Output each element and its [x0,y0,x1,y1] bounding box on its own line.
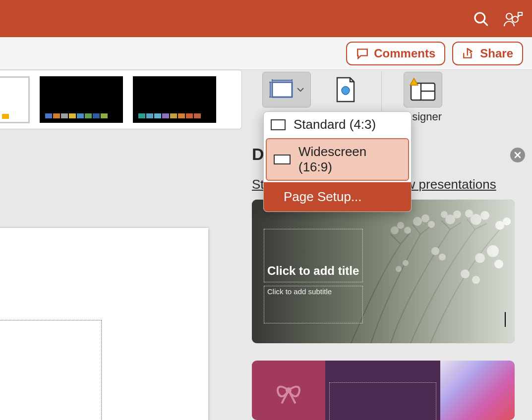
chevron-down-icon [297,85,304,94]
share-button[interactable]: Share [452,42,523,65]
panel-segment [325,361,440,420]
text-cursor [505,312,506,327]
panel-segment [252,361,325,420]
aspect-16-9-icon [274,155,291,164]
svg-line-1 [483,21,487,25]
svg-rect-4 [272,82,292,97]
format-background-button[interactable] [330,72,359,107]
svg-point-38 [287,388,291,392]
svg-point-3 [512,16,518,22]
svg-point-2 [506,13,512,19]
design-suggestion[interactable] [252,361,515,420]
theme-thumb[interactable] [40,76,123,123]
title-placeholder: Click to add title [264,229,363,282]
theme-gallery[interactable] [0,70,242,129]
menu-item-page-setup[interactable]: Page Setup... [264,182,411,211]
title-placeholder [329,382,436,420]
theme-thumb[interactable] [0,76,30,123]
menu-item-label: Page Setup... [284,189,362,204]
menu-item-widescreen[interactable]: Widescreen (16:9) [266,138,409,181]
subtitle-text: Click to add subtitle [267,287,332,296]
close-button[interactable] [510,148,525,162]
share-label: Share [480,47,513,60]
subtitle-placeholder: Click to add subtitle [264,286,363,323]
theme-thumb[interactable] [133,76,216,123]
text-placeholder[interactable] [0,320,102,420]
menu-item-label: Widescreen (16:9) [298,144,401,175]
aspect-4-3-icon [271,119,286,130]
menu-item-label: Standard (4:3) [294,117,376,132]
title-text: Click to add title [267,264,359,278]
design-suggestion[interactable]: Click to add title Click to add subtitle [252,200,515,343]
editor-area [0,141,241,420]
collab-icon[interactable] [503,9,523,28]
panel-segment [440,361,515,420]
search-icon[interactable] [473,10,489,27]
toolbar: Comments Share [0,37,532,70]
bow-icon [271,373,306,408]
comments-label: Comments [374,47,435,60]
slide-canvas[interactable] [0,227,208,420]
comments-button[interactable]: Comments [346,42,445,65]
designer-button[interactable] [404,72,442,107]
slide-size-menu: Standard (4:3) Widescreen (16:9) Page Se… [263,111,412,212]
menu-item-standard[interactable]: Standard (4:3) [264,112,411,137]
slide-size-button[interactable] [262,72,311,107]
titlebar [0,0,532,37]
